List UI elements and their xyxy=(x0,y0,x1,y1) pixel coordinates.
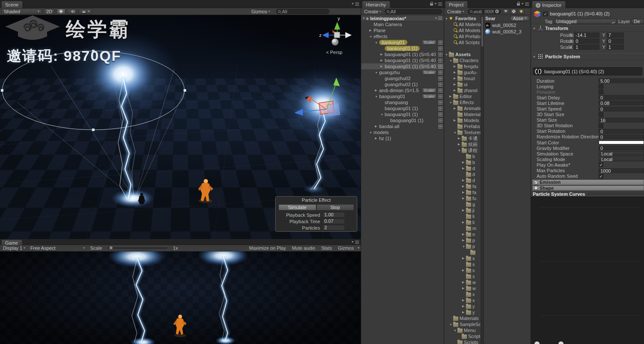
stop-button[interactable]: Stop xyxy=(317,204,354,210)
search-result-item[interactable]: wuti_00052 xyxy=(484,22,531,28)
project-tree-item[interactable]: d xyxy=(444,165,481,171)
particle-property-row[interactable]: Duration 5.00 xyxy=(531,78,644,84)
character-model[interactable] xyxy=(198,179,213,203)
project-tree-item[interactable]: m xyxy=(444,225,481,231)
project-tree-item[interactable]: fa xyxy=(444,183,481,189)
expand-arrow-icon[interactable] xyxy=(462,185,466,188)
scene-root-row[interactable]: ▾ ◆ leimingpaoxiao* ▾ xyxy=(361,15,444,21)
scaler-badge[interactable]: Scaler xyxy=(422,40,436,45)
curve-preset-icon[interactable] xyxy=(558,341,564,344)
expand-arrow-icon[interactable] xyxy=(445,53,449,56)
stats-button[interactable]: Stats xyxy=(319,245,334,251)
expand-arrow-icon[interactable] xyxy=(375,137,379,140)
expand-arrow-icon[interactable] xyxy=(462,239,466,242)
project-tree-item[interactable]: fa xyxy=(444,189,481,195)
expand-arrow-icon[interactable] xyxy=(458,137,462,140)
expand-arrow-icon[interactable] xyxy=(375,71,379,74)
tab-game[interactable]: Game xyxy=(1,239,22,245)
hierarchy-item[interactable]: baoguang01 (1) (S=0.40 xyxy=(361,51,444,57)
particle-property-row[interactable]: Start Color xyxy=(531,140,644,145)
project-tree-item[interactable]: Menu xyxy=(444,327,481,333)
expand-arrow-icon[interactable] xyxy=(445,17,449,20)
hierarchy-item[interactable]: baoguang01 Scaler xyxy=(361,93,444,99)
project-tree-item[interactable]: zhansl xyxy=(444,87,481,93)
hierarchy-item[interactable]: baoguang01 (1) xyxy=(361,117,444,123)
particle-property-row[interactable]: 3D Start Size xyxy=(531,112,644,117)
project-tree-item[interactable]: All Materials xyxy=(444,21,481,27)
module-toggle[interactable]: Shape xyxy=(532,185,644,191)
particle-property-row[interactable]: Prewarm xyxy=(531,89,644,95)
expand-arrow-icon[interactable] xyxy=(462,299,466,302)
expand-arrow-icon[interactable] xyxy=(462,167,466,170)
expand-arrow-icon[interactable] xyxy=(462,233,466,236)
active-checkbox[interactable]: ✓ xyxy=(543,12,548,16)
expand-arrow-icon[interactable] xyxy=(462,311,466,314)
expand-arrow-icon[interactable] xyxy=(462,191,466,194)
panel-dropdown-icon[interactable]: ▾ xyxy=(352,240,353,244)
module-checkbox[interactable] xyxy=(534,186,538,190)
property-checkbox[interactable] xyxy=(599,174,603,179)
project-tree-item[interactable]: Scripts xyxy=(444,333,481,339)
expand-arrow-icon[interactable] xyxy=(380,59,385,62)
hierarchy-create-button[interactable]: Create▾ xyxy=(362,9,383,14)
display-dropdown[interactable]: Display 1▾ xyxy=(1,245,27,251)
expand-arrow-icon[interactable] xyxy=(449,323,453,326)
project-tree-item[interactable]: Textures xyxy=(444,129,481,135)
hierarchy-item[interactable]: hz (1) xyxy=(361,135,444,141)
project-tree-item[interactable]: li xyxy=(444,213,481,219)
project-tree-item[interactable]: g xyxy=(444,201,481,207)
panel-menu-icon[interactable] xyxy=(438,3,442,6)
expand-arrow-icon[interactable] xyxy=(462,287,466,290)
project-tree-item[interactable]: p xyxy=(444,243,481,249)
project-tree-item[interactable]: x xyxy=(444,291,481,297)
particle-effect-row-value[interactable]: 2 xyxy=(323,225,345,230)
scaler-badge[interactable]: Scaler xyxy=(422,70,436,75)
lock-icon[interactable] xyxy=(517,3,520,6)
expand-arrow-icon[interactable] xyxy=(454,71,457,74)
y-value-field[interactable]: 1 xyxy=(607,45,624,50)
expand-arrow-icon[interactable] xyxy=(462,257,466,260)
expand-arrow-icon[interactable] xyxy=(462,179,466,182)
expand-arrow-icon[interactable] xyxy=(449,101,453,104)
particle-property-row[interactable]: Max Particles 1000 xyxy=(531,168,644,173)
panel-dropdown-icon[interactable]: ▾ xyxy=(522,2,523,6)
particle-property-row[interactable]: Looping xyxy=(531,84,644,89)
hierarchy-item[interactable]: baoguang01 (1) (S=0.40 xyxy=(361,63,444,69)
project-tree-item[interactable]: 炫丽 xyxy=(444,141,481,147)
search-by-type-button[interactable] xyxy=(503,9,509,14)
property-checkbox[interactable] xyxy=(599,90,603,94)
property-value-field[interactable]: Local xyxy=(599,151,644,156)
property-value-field[interactable]: 0 xyxy=(599,135,644,139)
panel-dropdown-icon[interactable]: ▾ xyxy=(435,2,436,6)
perspective-label[interactable]: < Persp xyxy=(326,50,342,55)
project-tree-item[interactable]: All Prefabs xyxy=(444,33,481,39)
property-value-field[interactable]: 0.08 xyxy=(599,101,644,105)
property-value-field[interactable]: 0 xyxy=(599,95,644,100)
splitter-handle-icon[interactable] xyxy=(588,193,644,195)
expand-arrow-icon[interactable] xyxy=(454,119,457,122)
particle-effect-row-value[interactable]: 0.07 xyxy=(323,218,345,224)
module-checkbox[interactable] xyxy=(534,180,538,184)
particle-property-row[interactable]: 3D Start Rotation xyxy=(531,123,644,129)
tab-inspector[interactable]: i Inspector xyxy=(532,1,566,8)
panel-dropdown-icon[interactable]: ▾ xyxy=(352,2,353,6)
property-checkbox[interactable] xyxy=(599,112,603,117)
expand-arrow-icon[interactable] xyxy=(369,35,374,38)
effects-toggle-button[interactable]: ▾ xyxy=(79,9,92,14)
expand-arrow-icon[interactable] xyxy=(462,161,466,164)
expand-arrow-icon[interactable] xyxy=(375,41,379,44)
expand-arrow-icon[interactable] xyxy=(462,209,466,212)
hierarchy-item[interactable]: baoguang01 (1) xyxy=(361,105,444,111)
particle-system-curves-area[interactable] xyxy=(531,197,644,344)
project-tree-item[interactable]: b xyxy=(444,159,481,165)
2d-toggle-button[interactable]: 2D xyxy=(44,9,55,14)
particle-system-main-module[interactable]: baoguang01 (1) (S=0.40) (2) xyxy=(533,67,642,75)
scale-slider[interactable] xyxy=(107,248,167,248)
search-result-item[interactable]: wuti_00052_3 xyxy=(484,28,531,35)
hierarchy-item[interactable]: andi-dimian (S=1.5 Scaler xyxy=(361,87,444,93)
particle-property-row[interactable]: Randomize Rotation Direction 0 xyxy=(531,134,644,140)
project-tree-item[interactable]: Scripts xyxy=(444,339,481,344)
project-tree-item[interactable]: y xyxy=(444,309,481,315)
simulate-button[interactable]: Simulate xyxy=(279,204,316,210)
project-tree-item[interactable]: li xyxy=(444,219,481,225)
